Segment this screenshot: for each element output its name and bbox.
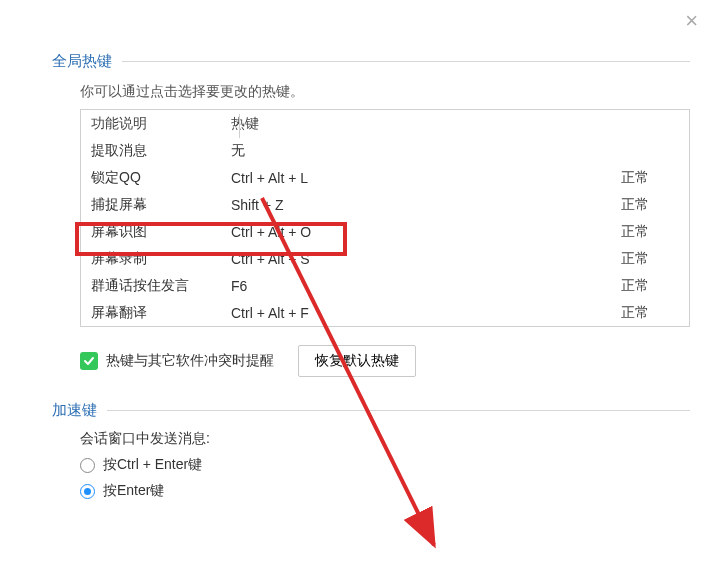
row-hotkey: Ctrl + Alt + O [231,224,511,240]
restore-defaults-button[interactable]: 恢复默认热键 [298,345,416,377]
check-icon [80,352,98,370]
send-message-label: 会话窗口中发送消息: [80,430,690,448]
row-status: 正常 [511,304,679,322]
divider-line [122,61,690,62]
radio-enter[interactable]: 按Enter键 [80,482,690,500]
row-hotkey: 无 [231,142,511,160]
row-status: 正常 [511,277,679,295]
row-status: 正常 [511,169,679,187]
checkbox-label: 热键与其它软件冲突时提醒 [106,352,274,370]
row-desc: 屏幕识图 [91,223,231,241]
row-hotkey: F6 [231,278,511,294]
conflict-checkbox[interactable]: 热键与其它软件冲突时提醒 [80,352,274,370]
section-global-hotkeys: 全局热键 你可以通过点击选择要更改的热键。 功能说明 热键 提取消息 无 锁定Q… [0,52,720,377]
row-desc: 群通话按住发言 [91,277,231,295]
hotkey-hint: 你可以通过点击选择要更改的热键。 [80,83,690,101]
table-row[interactable]: 屏幕翻译 Ctrl + Alt + F 正常 [81,299,689,326]
section-header: 加速键 [0,401,720,420]
hotkey-table: 功能说明 热键 提取消息 无 锁定QQ Ctrl + Alt + L 正常 捕捉… [80,109,690,327]
col-desc: 功能说明 [91,115,231,133]
radio-icon [80,458,95,473]
radio-label: 按Ctrl + Enter键 [103,456,202,474]
row-desc: 锁定QQ [91,169,231,187]
table-row[interactable]: 锁定QQ Ctrl + Alt + L 正常 [81,164,689,191]
table-row[interactable]: 提取消息 无 [81,137,689,164]
row-desc: 屏幕翻译 [91,304,231,322]
radio-label: 按Enter键 [103,482,164,500]
row-desc: 提取消息 [91,142,231,160]
hotkey-table-header: 功能说明 热键 [81,110,689,137]
divider-line [107,410,690,411]
section-title: 全局热键 [52,52,112,71]
table-row[interactable]: 屏幕录制 Ctrl + Alt + S 正常 [81,245,689,272]
below-table-controls: 热键与其它软件冲突时提醒 恢复默认热键 [80,345,690,377]
col-hotkey: 热键 [231,115,511,133]
table-row[interactable]: 捕捉屏幕 Shift + Z 正常 [81,191,689,218]
radio-ctrl-enter[interactable]: 按Ctrl + Enter键 [80,456,690,474]
close-icon[interactable]: × [685,10,698,32]
row-hotkey: Shift + Z [231,197,511,213]
row-hotkey: Ctrl + Alt + L [231,170,511,186]
section-header: 全局热键 [0,52,720,71]
section-title: 加速键 [52,401,97,420]
section-accelerators: 加速键 会话窗口中发送消息: 按Ctrl + Enter键 按Enter键 [0,401,720,500]
row-hotkey: Ctrl + Alt + F [231,305,511,321]
radio-icon [80,484,95,499]
row-hotkey: Ctrl + Alt + S [231,251,511,267]
table-row[interactable]: 群通话按住发言 F6 正常 [81,272,689,299]
table-row[interactable]: 屏幕识图 Ctrl + Alt + O 正常 [81,218,689,245]
row-status: 正常 [511,250,679,268]
row-desc: 捕捉屏幕 [91,196,231,214]
row-status: 正常 [511,196,679,214]
row-desc: 屏幕录制 [91,250,231,268]
row-status: 正常 [511,223,679,241]
